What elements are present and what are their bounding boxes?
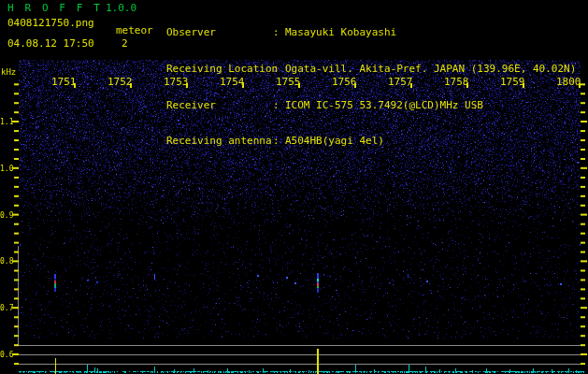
mode-label: meteor — [116, 24, 153, 36]
freq-tick-label: 0.6 — [0, 351, 13, 359]
freq-tick-label: 1.0 — [0, 165, 13, 173]
freq-tick-label: 0.7 — [0, 304, 13, 312]
time-tick-label: 1753 — [164, 77, 188, 88]
time-tick-label: 1752 — [108, 77, 132, 88]
time-tick-label: 1751 — [51, 77, 76, 88]
meteor-count: 2 — [122, 37, 128, 50]
hrofft-window: H R O F F T 1.0.0 0408121750.png meteor … — [0, 0, 588, 374]
info-value: ICOM IC-575 53.7492(@LCD)MHz USB — [285, 99, 483, 111]
time-tick-label: 1754 — [220, 77, 244, 88]
freq-tick-label: 0.9 — [0, 211, 13, 220]
output-filename: 0408121750.png — [7, 17, 94, 29]
colon: : — [273, 63, 285, 75]
time-tick-label: 1756 — [332, 77, 356, 88]
time-tick-label: 1757 — [388, 77, 412, 88]
freq-tick-label: 1.1 — [0, 118, 13, 126]
colon: : — [273, 135, 285, 147]
info-row-antenna: Receiving antenna:A504HB(yagi 4el) — [166, 135, 576, 147]
time-tick-label: 1800 — [556, 77, 581, 88]
info-label: Receiver — [166, 99, 273, 111]
info-value: Masayuki Kobayashi — [285, 26, 396, 38]
freq-tick-label: 0.8 — [0, 257, 13, 266]
info-row-observer: Observer:Masayuki Kobayashi — [166, 26, 576, 38]
info-label: Receiving antenna — [166, 135, 273, 147]
info-row-receiver: Receiver:ICOM IC-575 53.7492(@LCD)MHz US… — [166, 99, 576, 111]
info-label: Receiving Location — [166, 63, 273, 75]
time-tick-label: 1755 — [276, 77, 300, 88]
info-label: Observer — [166, 26, 273, 38]
colon: : — [273, 26, 285, 38]
colon: : — [273, 99, 285, 111]
time-tick-label: 1758 — [444, 77, 468, 88]
app-version: 1.0.0 — [106, 2, 136, 14]
info-value: Ogata-vill. Akita-Pref. JAPAN (139.96E, … — [285, 63, 576, 75]
freq-axis-unit: kHz — [1, 67, 16, 77]
app-title: H R O F F T — [7, 2, 102, 14]
datetime-label: 04.08.12 17:50 — [7, 37, 94, 50]
info-value: A504HB(yagi 4el) — [285, 135, 384, 147]
time-tick-label: 1759 — [500, 77, 524, 88]
info-row-location: Receiving Location:Ogata-vill. Akita-Pre… — [166, 63, 576, 75]
